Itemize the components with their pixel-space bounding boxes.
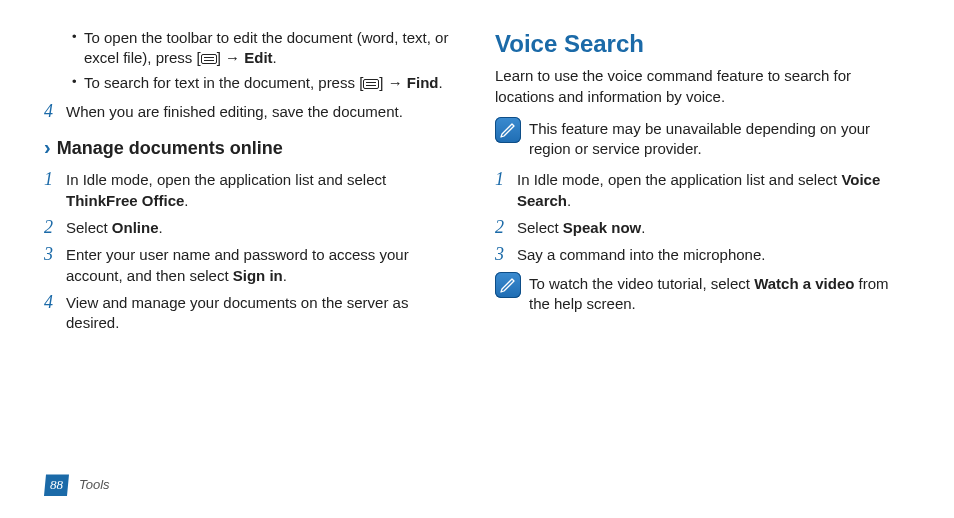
text: . [273, 49, 277, 66]
subheading-text: Manage documents online [57, 136, 283, 160]
step-text: Select Speak now. [517, 217, 910, 239]
text: Select [66, 219, 112, 236]
step: 1 In Idle mode, open the application lis… [44, 169, 459, 211]
step: 2 Select Online. [44, 217, 459, 239]
text: . [641, 219, 645, 236]
text: In Idle mode, open the application list … [66, 171, 386, 188]
main-heading: Voice Search [495, 28, 910, 60]
note-icon [495, 117, 521, 143]
step-text: In Idle mode, open the application list … [66, 169, 459, 211]
page-footer: 88 Tools [44, 474, 110, 496]
text: . [159, 219, 163, 236]
step-number: 2 [495, 217, 517, 239]
chevron-icon: › [44, 134, 51, 161]
footer-section: Tools [79, 476, 110, 494]
bold: ThinkFree Office [66, 192, 184, 209]
step-number: 2 [44, 217, 66, 239]
step: 2 Select Speak now. [495, 217, 910, 239]
left-column: • To open the toolbar to edit the docume… [44, 28, 459, 339]
bold: Watch a video [754, 275, 854, 292]
step: 1 In Idle mode, open the application lis… [495, 169, 910, 211]
bold: Speak now [563, 219, 641, 236]
menu-icon [201, 54, 217, 64]
text: In Idle mode, open the application list … [517, 171, 841, 188]
text: Say a command into the microphone. [517, 246, 765, 263]
bullet-item: • To search for text in the document, pr… [72, 73, 459, 93]
step-text: Enter your user name and password to acc… [66, 244, 459, 286]
subheading: › Manage documents online [44, 134, 459, 161]
text: To watch the video tutorial, select [529, 275, 754, 292]
bold: Edit [244, 49, 272, 66]
step-number: 4 [44, 292, 66, 334]
note: To watch the video tutorial, select Watc… [495, 272, 910, 315]
menu-icon [363, 79, 379, 89]
text: ] → [379, 74, 407, 91]
step-text: Select Online. [66, 217, 459, 239]
bullet-dot: • [72, 28, 84, 69]
bold: Online [112, 219, 159, 236]
step-number: 3 [495, 244, 517, 266]
step: 3 Say a command into the microphone. [495, 244, 910, 266]
page-number: 88 [44, 474, 69, 496]
page-spread: • To open the toolbar to edit the docume… [0, 0, 954, 339]
step-4-top: 4 When you are finished editing, save th… [44, 101, 459, 123]
note-text: To watch the video tutorial, select Watc… [529, 272, 910, 315]
bullet-text: To open the toolbar to edit the document… [84, 28, 459, 69]
step-number: 1 [44, 169, 66, 211]
bullet-text: To search for text in the document, pres… [84, 73, 459, 93]
right-column: Voice Search Learn to use the voice comm… [495, 28, 910, 339]
step-text: In Idle mode, open the application list … [517, 169, 910, 211]
text: . [567, 192, 571, 209]
text: To search for text in the document, pres… [84, 74, 363, 91]
bold: Sign in [233, 267, 283, 284]
text: . [184, 192, 188, 209]
step: 3 Enter your user name and password to a… [44, 244, 459, 286]
bullet-item: • To open the toolbar to edit the docume… [72, 28, 459, 69]
step-number: 1 [495, 169, 517, 211]
intro-text: Learn to use the voice command feature t… [495, 66, 910, 107]
step-number: 4 [44, 101, 66, 123]
step-text: When you are finished editing, save the … [66, 101, 459, 123]
text: Select [517, 219, 563, 236]
note-icon [495, 272, 521, 298]
note-text: This feature may be unavailable dependin… [529, 117, 910, 160]
text: . [438, 74, 442, 91]
step-text: Say a command into the microphone. [517, 244, 910, 266]
step-text: View and manage your documents on the se… [66, 292, 459, 334]
bold: Find [407, 74, 439, 91]
bullet-dot: • [72, 73, 84, 93]
step: 4 View and manage your documents on the … [44, 292, 459, 334]
text: View and manage your documents on the se… [66, 294, 408, 331]
bullet-list: • To open the toolbar to edit the docume… [72, 28, 459, 93]
note: This feature may be unavailable dependin… [495, 117, 910, 160]
text: . [283, 267, 287, 284]
text: ] → [217, 49, 245, 66]
step-number: 3 [44, 244, 66, 286]
